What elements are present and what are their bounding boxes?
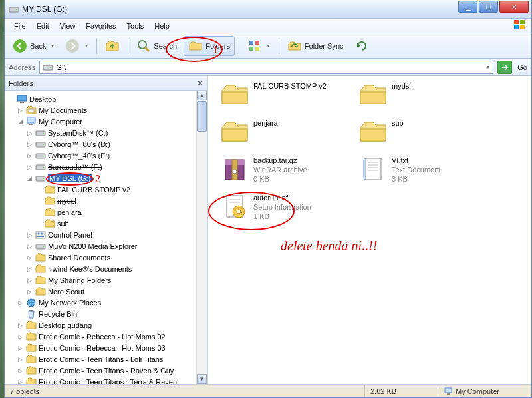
expand-icon[interactable]: ▷ (26, 243, 33, 250)
tree-drive-e[interactable]: ▷ Cyborg™_40's (E:) (6, 150, 206, 161)
svg-rect-12 (249, 47, 253, 51)
close-button[interactable]: ✕ (499, 1, 529, 13)
tree-desktop[interactable]: Desktop (6, 93, 206, 104)
tree-desk-folder-4[interactable]: ▷ Erotic Comic - Teen Titans - Raven & G… (6, 365, 206, 376)
expand-icon[interactable]: ▷ (17, 379, 24, 385)
tree-g-child-1[interactable]: mydsl (6, 195, 206, 206)
tree-g-child-2[interactable]: penjara (6, 206, 206, 218)
tree-my-documents[interactable]: ▷ My Documents (6, 104, 206, 116)
tree-drive-f[interactable]: ▷ Barracude™ (F:) (6, 161, 206, 172)
tree-node-icon (26, 331, 37, 342)
chevron-down-icon[interactable]: ▼ (485, 65, 490, 69)
address-field[interactable]: G:\ ▼ (39, 61, 493, 74)
expand-icon[interactable]: ▷ (17, 322, 24, 329)
tree-drive-g[interactable]: ◢ MY DSL (G:) (6, 172, 206, 184)
folders-icon (188, 39, 203, 53)
menu-view[interactable]: View (55, 21, 81, 31)
svg-rect-34 (37, 236, 44, 237)
tree-node-icon (35, 252, 46, 263)
menu-edit[interactable]: Edit (31, 21, 55, 31)
up-button[interactable] (101, 37, 124, 55)
tree-node-icon (35, 264, 46, 274)
txt-icon (358, 156, 388, 182)
expand-icon[interactable]: ▷ (26, 164, 33, 170)
menu-help[interactable]: Help (149, 21, 175, 31)
expand-icon[interactable]: ▷ (26, 254, 33, 261)
menu-file[interactable]: File (9, 21, 31, 31)
go-button[interactable] (497, 61, 512, 74)
tree-node-icon (26, 365, 37, 376)
chevron-down-icon: ▼ (84, 43, 88, 48)
maximize-button[interactable]: ☐ (479, 1, 498, 13)
tree-other-1[interactable]: ▷ MuVo N200 Media Explorer (6, 240, 206, 252)
tree-desk-folder-5[interactable]: ▷ Erotic Comic - Teen Titans - Terra & R… (6, 376, 206, 384)
tree-other-4[interactable]: ▷ My Sharing Folders (6, 274, 206, 286)
sync-refresh-button[interactable] (350, 37, 373, 55)
expand-icon[interactable]: ▷ (26, 130, 33, 136)
search-icon (136, 39, 151, 53)
tree-recycle-bin[interactable]: Recycle Bin (6, 308, 206, 319)
svg-rect-15 (50, 67, 51, 68)
expand-icon[interactable]: ▷ (26, 266, 33, 272)
minimize-button[interactable]: ▁ (458, 1, 477, 13)
close-pane-button[interactable]: ✕ (197, 79, 203, 88)
window-title: MY DSL (G:) (22, 5, 67, 14)
file-item-0[interactable]: FAL CURB STOMP v2 (220, 81, 327, 108)
tree-other-3[interactable]: ▷ Irwind Kee®'s Documents (6, 263, 206, 274)
folder-tree[interactable]: Desktop ▷ My Documents ◢ My Computer ▷ S… (5, 91, 207, 384)
scrollbar[interactable]: ▲ ▼ (196, 91, 207, 384)
inf-icon (220, 193, 249, 220)
expand-icon[interactable]: ▷ (26, 141, 33, 148)
tree-other-2[interactable]: ▷ Shared Documents (6, 252, 206, 263)
folder-sync-button[interactable]: Folder Sync (283, 37, 348, 55)
tree-desk-folder-2[interactable]: ▷ Erotic Comic - Rebecca - Hot Moms 03 (6, 342, 206, 353)
file-item-3[interactable]: sub (358, 118, 404, 145)
expand-icon[interactable]: ▷ (17, 356, 24, 363)
expand-icon[interactable]: ▷ (17, 299, 24, 306)
tree-desk-folder-1[interactable]: ▷ Erotic Comic - Rebecca - Hot Moms 02 (6, 331, 206, 342)
expand-icon[interactable]: ◢ (26, 175, 33, 182)
titlebar[interactable]: MY DSL (G:) ▁ ☐ ✕ (5, 0, 531, 19)
expand-icon[interactable]: ▷ (17, 107, 24, 114)
tree-node-icon (35, 230, 46, 240)
scroll-up-button[interactable]: ▲ (197, 91, 207, 100)
search-button[interactable]: Search (132, 37, 181, 55)
tree-other-5[interactable]: ▷ Nero Scout (6, 286, 206, 297)
tree-network-places[interactable]: ▷ My Network Places (6, 297, 206, 308)
views-button[interactable]: ▼ (243, 37, 275, 55)
tree-drive-c[interactable]: ▷ SystemDisk™ (C:) (6, 127, 206, 138)
status-bar: 7 objects 2.82 KB My Computer (5, 384, 531, 397)
expand-icon[interactable]: ◢ (17, 118, 24, 125)
tree-node-icon (35, 286, 46, 297)
expand-icon[interactable]: ▷ (17, 333, 24, 340)
forward-button[interactable]: ▼ (61, 37, 92, 55)
tree-node-icon (26, 343, 37, 353)
file-item-5[interactable]: VI.txt Text Document 3 KB (358, 156, 440, 184)
svg-point-7 (66, 39, 79, 53)
scroll-thumb[interactable] (197, 101, 207, 132)
expand-icon[interactable]: ▷ (26, 277, 33, 284)
tree-g-child-3[interactable]: sub (6, 218, 206, 229)
expand-icon[interactable]: ▷ (26, 288, 33, 295)
explorer-window: MY DSL (G:) ▁ ☐ ✕ File Edit View Favorit… (4, 0, 532, 398)
file-item-6[interactable]: autorun.inf Setup Information 1 KB (220, 193, 311, 221)
tree-my-computer[interactable]: ◢ My Computer (6, 116, 206, 127)
tree-g-child-0[interactable]: FAL CURB STOMP v2 (6, 184, 206, 195)
tree-other-0[interactable]: ▷ Control Panel (6, 229, 206, 240)
expand-icon[interactable]: ▷ (26, 232, 33, 238)
tree-drive-d[interactable]: ▷ Cyborg™_80's (D:) (6, 138, 206, 150)
menu-favorites[interactable]: Favorites (80, 21, 121, 31)
folders-button[interactable]: Folders (184, 36, 235, 56)
expand-icon[interactable]: ▷ (17, 345, 24, 351)
back-button[interactable]: Back ▼ (9, 37, 59, 55)
file-item-2[interactable]: penjara (220, 118, 278, 145)
tree-desk-folder-0[interactable]: ▷ Desktop gudang (6, 319, 206, 331)
content-pane[interactable]: FAL CURB STOMP v2 mydsl penjara sub back… (208, 76, 531, 384)
file-item-4[interactable]: backup.tar.gz WinRAR archive 0 KB (220, 156, 307, 184)
expand-icon[interactable]: ▷ (17, 367, 24, 374)
menu-tools[interactable]: Tools (122, 21, 150, 31)
file-item-1[interactable]: mydsl (358, 81, 411, 108)
scroll-down-button[interactable]: ▼ (197, 374, 207, 384)
expand-icon[interactable]: ▷ (26, 152, 33, 159)
tree-desk-folder-3[interactable]: ▷ Erotic Comic - Teen Titans - Loli Tita… (6, 353, 206, 365)
